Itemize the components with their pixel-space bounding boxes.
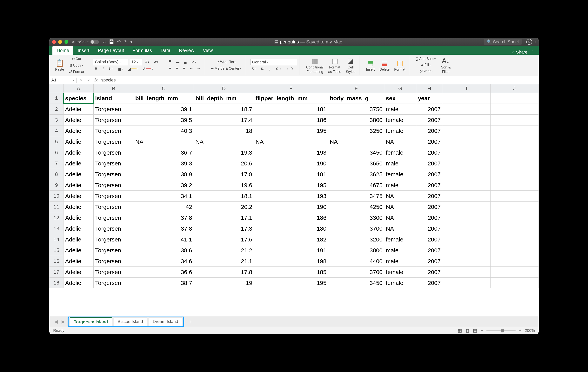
row-header[interactable]: 1: [50, 93, 63, 104]
header-cell[interactable]: body_mass_g: [328, 93, 384, 104]
font-name-select[interactable]: Calibri (Body)▾: [93, 59, 128, 65]
column-header-A[interactable]: A: [63, 84, 94, 93]
cell[interactable]: Torgersen: [94, 234, 134, 245]
cell[interactable]: Adelie: [63, 201, 94, 212]
row-header[interactable]: 18: [50, 278, 63, 288]
cell[interactable]: [442, 223, 491, 234]
cell[interactable]: [442, 191, 491, 201]
cell[interactable]: 34.6: [134, 256, 194, 267]
cell[interactable]: 190: [254, 158, 328, 169]
cell[interactable]: [491, 267, 539, 278]
minimize-icon[interactable]: [58, 40, 62, 44]
cell[interactable]: NA: [384, 201, 416, 212]
cell[interactable]: 38.7: [134, 278, 194, 288]
cell[interactable]: 2007: [416, 234, 442, 245]
confirm-formula-icon[interactable]: ✓: [85, 78, 93, 83]
cell[interactable]: female: [384, 169, 416, 180]
format-cells-button[interactable]: ◫Format: [393, 58, 407, 72]
fullscreen-icon[interactable]: [64, 40, 68, 44]
page-layout-view-icon[interactable]: ▥: [465, 328, 470, 333]
undo-icon[interactable]: ↶: [117, 39, 121, 44]
cell[interactable]: female: [384, 147, 416, 158]
cell[interactable]: [442, 180, 491, 191]
cell[interactable]: [491, 93, 539, 104]
align-left-button[interactable]: ≡: [167, 66, 173, 71]
cell[interactable]: 18: [194, 125, 254, 136]
wrap-text-button[interactable]: ↵Wrap Text: [209, 59, 243, 65]
cell[interactable]: 3800: [328, 115, 384, 125]
cell[interactable]: Adelie: [63, 223, 94, 234]
cell[interactable]: 2007: [416, 191, 442, 201]
cell[interactable]: Adelie: [63, 278, 94, 288]
cell[interactable]: [491, 212, 539, 223]
ribbon-tab-insert[interactable]: Insert: [74, 46, 94, 55]
increase-indent-button[interactable]: ⇥: [196, 66, 202, 71]
cell[interactable]: 181: [254, 169, 328, 180]
cell[interactable]: 17.4: [194, 115, 254, 125]
select-all-corner[interactable]: [50, 84, 63, 93]
account-dropdown-icon[interactable]: ▾: [535, 40, 536, 43]
home-icon[interactable]: ⌂: [103, 39, 106, 44]
row-header[interactable]: 9: [50, 180, 63, 191]
cell[interactable]: 195: [254, 180, 328, 191]
cell[interactable]: 17.8: [194, 169, 254, 180]
cell[interactable]: NA: [384, 136, 416, 147]
ribbon-tab-view[interactable]: View: [199, 46, 217, 55]
cell[interactable]: Torgersen: [94, 115, 134, 125]
currency-button[interactable]: $▾: [250, 66, 257, 72]
align-bottom-button[interactable]: ▄: [183, 59, 188, 65]
column-header-H[interactable]: H: [416, 84, 442, 93]
row-header[interactable]: 5: [50, 136, 63, 147]
header-cell[interactable]: island: [94, 93, 134, 104]
autosave-toggle[interactable]: AutoSave: [72, 40, 99, 44]
cell[interactable]: 3475: [328, 191, 384, 201]
row-header[interactable]: 12: [50, 212, 63, 223]
cell[interactable]: NA: [194, 136, 254, 147]
cell[interactable]: [491, 278, 539, 288]
cell[interactable]: 37.8: [134, 223, 194, 234]
font-size-select[interactable]: 12▾: [130, 59, 142, 65]
cell[interactable]: 20.2: [194, 201, 254, 212]
cell[interactable]: 3250: [328, 125, 384, 136]
row-header[interactable]: 11: [50, 201, 63, 212]
cell[interactable]: [491, 191, 539, 201]
align-right-button[interactable]: ≡: [181, 66, 187, 71]
cell[interactable]: 3200: [328, 234, 384, 245]
cell[interactable]: [442, 278, 491, 288]
cell[interactable]: Adelie: [63, 234, 94, 245]
cell[interactable]: Adelie: [63, 136, 94, 147]
cell[interactable]: female: [384, 115, 416, 125]
cell[interactable]: male: [384, 256, 416, 267]
insert-cells-button[interactable]: ⬒Insert: [365, 58, 376, 72]
cell[interactable]: 17.6: [194, 234, 254, 245]
cell[interactable]: 2007: [416, 104, 442, 115]
align-center-button[interactable]: ≡: [174, 66, 180, 71]
cell[interactable]: 18.1: [194, 191, 254, 201]
header-cell[interactable]: flipper_length_mm: [254, 93, 328, 104]
cell[interactable]: [442, 125, 491, 136]
cell[interactable]: 19: [194, 278, 254, 288]
zoom-out-button[interactable]: −: [481, 328, 483, 333]
row-header[interactable]: 17: [50, 267, 63, 278]
header-cell[interactable]: sex: [384, 93, 416, 104]
cell[interactable]: 17.1: [194, 212, 254, 223]
cell[interactable]: Adelie: [63, 147, 94, 158]
border-button[interactable]: ▦▾: [116, 66, 125, 72]
zoom-level[interactable]: 200%: [525, 328, 535, 333]
column-header-J[interactable]: J: [491, 84, 539, 93]
cell[interactable]: [491, 256, 539, 267]
cell[interactable]: Adelie: [63, 125, 94, 136]
row-header[interactable]: 10: [50, 191, 63, 201]
percent-button[interactable]: %: [259, 66, 265, 72]
cell[interactable]: 191: [254, 245, 328, 256]
cell[interactable]: 3800: [328, 245, 384, 256]
cell[interactable]: 34.1: [134, 191, 194, 201]
cell[interactable]: [442, 158, 491, 169]
cell[interactable]: 2007: [416, 278, 442, 288]
cell[interactable]: NA: [384, 223, 416, 234]
cell[interactable]: 37.8: [134, 212, 194, 223]
bold-button[interactable]: B: [93, 66, 99, 72]
cell[interactable]: 195: [254, 125, 328, 136]
row-header[interactable]: 14: [50, 234, 63, 245]
column-header-G[interactable]: G: [384, 84, 416, 93]
